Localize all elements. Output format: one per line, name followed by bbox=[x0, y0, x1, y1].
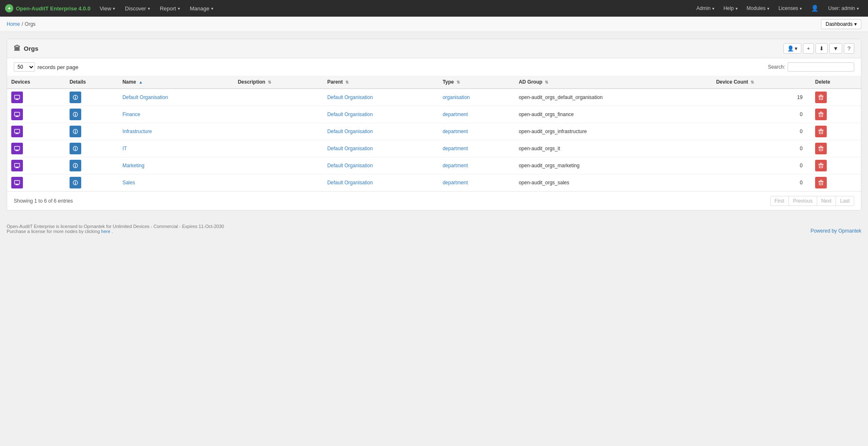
delete-button-3[interactable] bbox=[815, 143, 827, 154]
svg-rect-52 bbox=[15, 185, 19, 185]
next-page-button[interactable]: Next bbox=[817, 196, 836, 206]
type-link-0[interactable]: organisation bbox=[443, 94, 470, 100]
nav-licenses[interactable]: Licenses ▾ bbox=[774, 0, 806, 17]
cell-devices-3 bbox=[7, 140, 65, 157]
last-page-button[interactable]: Last bbox=[836, 196, 854, 206]
delete-button-2[interactable] bbox=[815, 126, 827, 137]
orgs-title-icon: 🏛 bbox=[14, 45, 20, 52]
cell-device-count-4: 0 bbox=[712, 157, 811, 174]
purchase-link[interactable]: here bbox=[101, 229, 110, 234]
table-footer: Showing 1 to 6 of 6 entries First Previo… bbox=[7, 191, 861, 210]
details-button-1[interactable] bbox=[70, 109, 81, 120]
nav-manage[interactable]: Manage ▾ bbox=[186, 0, 217, 17]
user-action-caret: ▾ bbox=[795, 45, 798, 52]
nav-modules[interactable]: Modules ▾ bbox=[743, 0, 773, 17]
previous-page-button[interactable]: Previous bbox=[788, 196, 817, 206]
brand: ✦ Open-AuditT Enterprise 4.0.0 bbox=[5, 4, 90, 12]
parent-link-5[interactable]: Default Organisation bbox=[327, 180, 373, 186]
devices-button-5[interactable] bbox=[11, 177, 23, 188]
col-details: Details bbox=[65, 76, 118, 89]
devices-button-3[interactable] bbox=[11, 143, 23, 154]
nav-discover[interactable]: Discover ▾ bbox=[121, 0, 154, 17]
details-button-2[interactable] bbox=[70, 126, 81, 137]
table-row: Marketing Default Organisation departmen… bbox=[7, 157, 861, 174]
table-body: Default Organisation Default Organisatio… bbox=[7, 89, 861, 191]
nav-help[interactable]: Help ▾ bbox=[719, 0, 742, 17]
devices-button-2[interactable] bbox=[11, 126, 23, 137]
breadcrumb-home[interactable]: Home bbox=[7, 21, 20, 27]
nav-user[interactable]: User: admin ▾ bbox=[824, 0, 863, 17]
col-device-count[interactable]: Device Count ⇅ bbox=[712, 76, 811, 89]
table-controls: 50 25 100 records per page Search: bbox=[7, 58, 861, 76]
card-header: 🏛 Orgs 👤 ▾ + ⬇ ▼ ? bbox=[7, 39, 861, 58]
name-link-3[interactable]: IT bbox=[122, 146, 127, 151]
licenses-caret-icon: ▾ bbox=[800, 6, 802, 11]
name-link-2[interactable]: Infrastructure bbox=[122, 129, 152, 134]
ad-group-sort-icon: ⇅ bbox=[545, 80, 548, 84]
type-link-1[interactable]: department bbox=[443, 112, 468, 117]
user-action-button[interactable]: 👤 ▾ bbox=[783, 43, 801, 54]
table-wrap: Devices Details Name ▲ Description ⇅ bbox=[7, 76, 861, 191]
svg-point-44 bbox=[75, 164, 76, 165]
parent-link-0[interactable]: Default Organisation bbox=[327, 94, 373, 100]
records-per-page-select[interactable]: 50 25 100 bbox=[14, 62, 35, 72]
name-link-0[interactable]: Default Organisation bbox=[122, 94, 168, 100]
delete-button-0[interactable] bbox=[815, 92, 827, 103]
type-link-2[interactable]: department bbox=[443, 129, 468, 134]
parent-link-1[interactable]: Default Organisation bbox=[327, 112, 373, 117]
delete-button-4[interactable] bbox=[815, 160, 827, 171]
card-actions: 👤 ▾ + ⬇ ▼ ? bbox=[783, 43, 854, 54]
col-parent[interactable]: Parent ⇅ bbox=[323, 76, 439, 89]
details-button-5[interactable] bbox=[70, 177, 81, 188]
col-ad-group[interactable]: AD Group ⇅ bbox=[514, 76, 712, 89]
user-action-icon: 👤 bbox=[787, 45, 794, 52]
nav-user-icon-btn[interactable]: 👤 bbox=[807, 0, 823, 17]
col-type[interactable]: Type ⇅ bbox=[439, 76, 515, 89]
svg-rect-55 bbox=[75, 182, 76, 184]
devices-button-1[interactable] bbox=[11, 109, 23, 120]
parent-link-2[interactable]: Default Organisation bbox=[327, 129, 373, 134]
add-button[interactable]: + bbox=[803, 43, 814, 54]
table-row: Default Organisation Default Organisatio… bbox=[7, 89, 861, 106]
col-description[interactable]: Description ⇅ bbox=[234, 76, 323, 89]
parent-link-4[interactable]: Default Organisation bbox=[327, 163, 373, 168]
details-button-4[interactable] bbox=[70, 160, 81, 171]
nav-view[interactable]: View ▾ bbox=[95, 0, 119, 17]
cell-name-5: Sales bbox=[118, 174, 234, 191]
download-button[interactable]: ⬇ bbox=[816, 43, 828, 54]
name-link-1[interactable]: Finance bbox=[122, 112, 140, 117]
devices-button-4[interactable] bbox=[11, 160, 23, 171]
dashboards-button[interactable]: Dashboards ▾ bbox=[821, 19, 861, 29]
delete-button-5[interactable] bbox=[815, 177, 827, 188]
type-link-5[interactable]: department bbox=[443, 180, 468, 186]
col-name[interactable]: Name ▲ bbox=[118, 76, 234, 89]
help-button[interactable]: ? bbox=[844, 43, 854, 54]
svg-rect-27 bbox=[820, 129, 822, 129]
breadcrumb-bar: Home / Orgs Dashboards ▾ bbox=[0, 17, 868, 32]
delete-button-1[interactable] bbox=[815, 109, 827, 120]
svg-rect-25 bbox=[75, 131, 76, 133]
cell-device-count-0: 19 bbox=[712, 89, 811, 106]
breadcrumb-separator: / bbox=[22, 21, 23, 27]
first-page-button[interactable]: First bbox=[770, 196, 789, 206]
parent-link-3[interactable]: Default Organisation bbox=[327, 146, 373, 151]
name-link-4[interactable]: Marketing bbox=[122, 163, 145, 168]
card-title: 🏛 Orgs bbox=[14, 45, 38, 52]
filter-button[interactable]: ▼ bbox=[829, 43, 842, 54]
cell-ad-group-0: open-audit_orgs_default_organisation bbox=[514, 89, 712, 106]
search-input[interactable] bbox=[788, 62, 854, 72]
svg-rect-10 bbox=[15, 112, 20, 116]
powered-by: Powered by Opmantek bbox=[811, 228, 861, 234]
name-link-5[interactable]: Sales bbox=[122, 180, 135, 186]
type-link-3[interactable]: department bbox=[443, 146, 468, 151]
details-button-0[interactable] bbox=[70, 92, 81, 103]
table-row: Finance Default Organisation department … bbox=[7, 106, 861, 123]
nav-admin[interactable]: Admin ▾ bbox=[692, 0, 718, 17]
orgs-card: 🏛 Orgs 👤 ▾ + ⬇ ▼ ? bbox=[7, 39, 861, 211]
devices-button-0[interactable] bbox=[11, 92, 23, 103]
nav-report[interactable]: Report ▾ bbox=[156, 0, 184, 17]
main-content: 🏛 Orgs 👤 ▾ + ⬇ ▼ ? bbox=[0, 32, 868, 217]
svg-rect-41 bbox=[16, 167, 18, 168]
details-button-3[interactable] bbox=[70, 143, 81, 154]
type-link-4[interactable]: department bbox=[443, 163, 468, 168]
